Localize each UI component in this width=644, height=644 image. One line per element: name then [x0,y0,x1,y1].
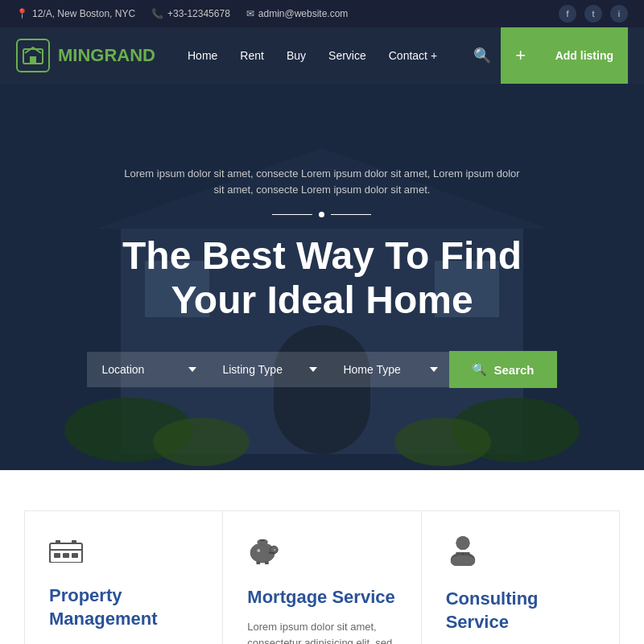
mortgage-service-title: Mortgage Service [247,586,396,609]
svg-point-11 [394,418,491,466]
property-management-title: PropertyManagement [49,584,198,630]
phone-icon: 📞 [151,8,163,19]
consulting-service-icon [446,535,595,573]
address-text: 12/A, New Boston, NYC [32,8,135,19]
hero-subtitle: Lorem ipsum dolor sit amet, consecte Lor… [87,166,556,200]
top-bar: 📍 12/A, New Boston, NYC 📞 +33-12345678 ✉… [0,0,644,27]
svg-rect-17 [56,540,60,543]
nav-home[interactable]: Home [188,49,217,62]
hero-title-line1: The Best Way To Find [122,234,522,277]
svg-rect-14 [54,553,60,558]
plus-button[interactable]: + [501,27,541,84]
logo-accent: AND [117,45,155,65]
svg-point-27 [275,549,276,551]
location-icon: 📍 [16,8,28,19]
search-btn-label: Search [493,363,534,377]
property-management-desc: Lorem ipsum dolor sit amet, [49,640,198,644]
search-btn-icon: 🔍 [472,362,487,377]
services-section: PropertyManagement Lorem ipsum dolor sit… [0,470,644,644]
social-links[interactable]: f t i [559,5,628,23]
hero-title-line2: Your Ideal Home [171,279,473,321]
svg-rect-18 [72,540,76,543]
nav-service[interactable]: Service [328,49,366,62]
hero-content: Lorem ipsum dolor sit amet, consecte Lor… [39,166,605,389]
logo[interactable]: MINGRAND [16,39,155,72]
nav-right: 🔍 + Add listing [464,27,628,84]
svg-rect-16 [72,553,78,558]
service-card-consulting: Consulting Service Lorem ipsum dolor sit… [421,510,620,644]
nav-rent[interactable]: Rent [240,49,264,62]
divider-dot [319,212,324,217]
divider-line-left [272,214,312,215]
hero-section: Lorem ipsum dolor sit amet, consecte Lor… [0,84,644,470]
hero-title: The Best Way To Find Your Ideal Home [87,233,556,322]
svg-point-10 [153,418,250,466]
mortgage-service-icon [247,535,396,572]
search-icon-button[interactable]: 🔍 [464,40,501,71]
add-listing-button[interactable]: Add listing [541,27,628,84]
property-management-icon [49,535,198,570]
email-icon: ✉ [246,8,254,19]
svg-rect-26 [265,561,269,564]
home-type-select[interactable]: Home Type Apartment House Villa [328,352,449,387]
search-button[interactable]: 🔍 Search [449,351,556,388]
svg-rect-1 [30,56,36,64]
hero-divider [87,212,556,217]
navbar: MINGRAND Home Rent Buy Service Contact +… [0,27,644,84]
nav-links: Home Rent Buy Service Contact + [188,49,464,62]
facebook-icon[interactable]: f [559,5,576,23]
instagram-icon[interactable]: i [610,5,628,23]
svg-point-24 [258,549,261,552]
search-bar: Location New York Los Angeles Chicago Li… [87,351,556,388]
divider-line-right [331,214,371,215]
phone-text: +33-12345678 [167,8,230,19]
twitter-icon[interactable]: t [584,5,602,23]
nav-buy[interactable]: Buy [287,49,306,62]
logo-main: MINGR [58,45,117,65]
svg-rect-25 [257,561,261,564]
logo-icon [16,39,50,72]
consulting-service-title: Consulting Service [446,588,595,634]
svg-rect-28 [261,540,266,541]
nav-contact[interactable]: Contact + [389,49,437,62]
service-card-property: PropertyManagement Lorem ipsum dolor sit… [24,510,222,644]
phone-info: 📞 +33-12345678 [151,8,230,19]
service-card-mortgage: Mortgage Service Lorem ipsum dolor sit a… [222,510,420,644]
logo-text: MINGRAND [58,45,155,66]
mortgage-service-desc: Lorem ipsum dolor sit amet, consectetur … [247,619,396,644]
svg-rect-15 [63,553,69,558]
location-select[interactable]: Location New York Los Angeles Chicago [87,352,208,387]
address-info: 📍 12/A, New Boston, NYC [16,8,135,19]
top-bar-left: 📍 12/A, New Boston, NYC 📞 +33-12345678 ✉… [16,8,348,19]
svg-point-33 [456,536,469,550]
listing-type-select[interactable]: Listing Type For Sale For Rent [208,352,328,387]
email-text: admin@website.com [258,8,349,19]
email-info: ✉ admin@website.com [246,8,349,19]
